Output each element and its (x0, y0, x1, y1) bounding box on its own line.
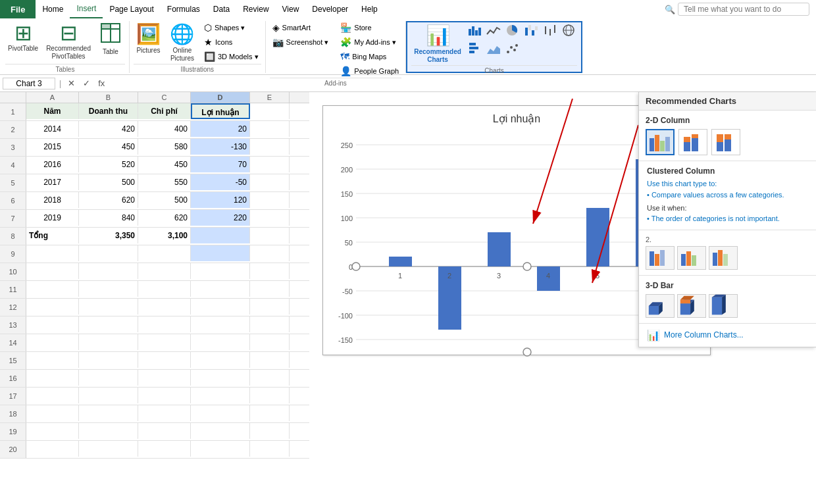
cell-b3[interactable]: 450 (79, 139, 138, 155)
section-2-icon-2[interactable] (677, 246, 706, 270)
cell-b4[interactable]: 520 (79, 157, 138, 172)
my-addins-button[interactable]: 🧩 My Add-ins ▾ (338, 36, 401, 49)
recommended-pivottables-button[interactable]: ⊟ RecommendedPivotTables (43, 21, 93, 62)
col-header-d[interactable]: D (191, 92, 250, 103)
cell-e7[interactable] (250, 210, 290, 226)
cell-a6[interactable]: 2018 (26, 192, 79, 208)
cell-b8[interactable]: 3,350 (79, 228, 138, 243)
menu-page-layout[interactable]: Page Layout (103, 0, 160, 18)
section-2-icon-3[interactable] (709, 246, 738, 270)
bing-maps-button[interactable]: 🗺 Bing Maps (338, 50, 401, 63)
cell-a7[interactable]: 2019 (26, 210, 79, 226)
column-chart-button[interactable] (467, 22, 484, 38)
screenshot-button[interactable]: 📷 Screenshot ▾ (270, 36, 332, 49)
cell-e5[interactable] (250, 174, 290, 190)
handle-left[interactable] (352, 263, 360, 270)
cell-d8[interactable] (191, 228, 250, 243)
cell-c1[interactable]: Chi phí (138, 103, 191, 119)
smartart-button[interactable]: ◈ SmartArt (270, 21, 332, 34)
cell-c2[interactable]: 400 (138, 121, 191, 137)
cell-a5[interactable]: 2017 (26, 174, 79, 190)
cell-d7[interactable]: 220 (191, 210, 250, 226)
menu-data[interactable]: Data (207, 0, 236, 18)
cell-c8[interactable]: 3,100 (138, 228, 191, 243)
recommended-charts-button[interactable]: 📊 RecommendedCharts (411, 22, 464, 65)
cell-e4[interactable] (250, 157, 290, 172)
pictures-button[interactable]: 🖼️ Pictures (134, 21, 163, 56)
chart-more-row1 (523, 22, 577, 38)
more-column-charts-link[interactable]: 📊 More Column Charts... (639, 324, 816, 347)
pivot-table-button[interactable]: ⊞ PivotTable (5, 21, 41, 54)
cell-d1[interactable]: Lợi nhuận (191, 103, 250, 119)
menu-help[interactable]: Help (355, 0, 384, 18)
data-row-4: 4 2016 520 450 70 (0, 157, 309, 174)
handle-top-mid[interactable] (523, 263, 531, 270)
pivot-table-label: PivotTable (8, 45, 38, 53)
data-row-6: 6 2018 620 500 120 (0, 192, 309, 210)
online-pictures-button[interactable]: 🌐 OnlinePictures (166, 21, 199, 64)
svg-text:3: 3 (497, 272, 501, 280)
cell-b5[interactable]: 500 (79, 174, 138, 190)
cell-b2[interactable]: 420 (79, 121, 138, 137)
cell-d2[interactable]: 20 (191, 121, 250, 137)
menu-home[interactable]: Home (36, 0, 70, 18)
cell-c3[interactable]: 580 (138, 139, 191, 155)
stock-chart-button[interactable] (542, 22, 559, 38)
waterfall-chart-button[interactable] (523, 22, 540, 38)
stacked-column-icon[interactable] (678, 129, 707, 155)
recommended-charts-icon: 📊 (426, 24, 450, 47)
cell-c7[interactable]: 620 (138, 210, 191, 226)
file-menu[interactable]: File (0, 0, 36, 18)
cell-e6[interactable] (250, 192, 290, 208)
cell-d4[interactable]: 70 (191, 157, 250, 172)
formula-input[interactable] (110, 78, 813, 89)
cell-b7[interactable]: 840 (79, 210, 138, 226)
store-button[interactable]: 🏪 Store (338, 21, 401, 34)
100pct-column-icon[interactable] (711, 129, 740, 155)
section-2-icon-1[interactable] (646, 246, 675, 270)
menu-view[interactable]: View (276, 0, 306, 18)
search-input[interactable] (678, 3, 809, 16)
cell-c5[interactable]: 550 (138, 174, 191, 190)
cell-a2[interactable]: 2014 (26, 121, 79, 137)
3d-bar-icon-3[interactable] (709, 294, 738, 318)
cell-d5[interactable]: -50 (191, 174, 250, 190)
cell-a8[interactable]: Tổng (26, 228, 79, 243)
scatter-chart-button[interactable] (503, 41, 521, 57)
globe-chart-button[interactable] (560, 22, 577, 38)
3d-models-button[interactable]: 🔲 3D Models ▾ (201, 50, 261, 63)
cell-b6[interactable]: 620 (79, 192, 138, 208)
bar-chart-button[interactable] (467, 41, 484, 57)
menu-review[interactable]: Review (236, 0, 275, 18)
handle-bottom-mid[interactable] (523, 348, 531, 356)
cell-a4[interactable]: 2016 (26, 157, 79, 172)
cell-e3[interactable] (250, 139, 290, 155)
cell-c6[interactable]: 500 (138, 192, 191, 208)
icons-button[interactable]: ★ Icons (201, 36, 261, 49)
cell-a3[interactable]: 2015 (26, 139, 79, 155)
3d-bar-icon-1[interactable] (646, 294, 675, 318)
pie-chart-button[interactable] (503, 22, 521, 38)
table-button[interactable]: Table (96, 21, 125, 57)
shapes-button[interactable]: ⬡ Shapes ▾ (201, 21, 261, 34)
menu-insert[interactable]: Insert (70, 0, 103, 18)
area-chart-button[interactable] (485, 41, 502, 57)
clustered-column-icon[interactable] (646, 129, 675, 155)
cell-e2[interactable] (250, 121, 290, 137)
cancel-button[interactable]: ✕ (65, 78, 78, 88)
cell-a1[interactable]: Năm (26, 103, 79, 119)
cell-e1[interactable] (250, 103, 290, 119)
menu-developer[interactable]: Developer (305, 0, 355, 18)
line-chart-button[interactable] (485, 22, 502, 38)
name-box[interactable] (3, 78, 55, 89)
cell-b1[interactable]: Doanh thu (79, 103, 138, 119)
3d-bar-icon-2[interactable] (677, 294, 706, 318)
people-graph-button[interactable]: 👤 People Graph (338, 64, 401, 78)
cell-d6[interactable]: 120 (191, 192, 250, 208)
cell-e8[interactable] (250, 228, 290, 243)
fx-button[interactable]: fx (95, 78, 107, 88)
menu-formulas[interactable]: Formulas (161, 0, 207, 18)
cell-c4[interactable]: 450 (138, 157, 191, 172)
cell-d3[interactable]: -130 (191, 139, 250, 155)
confirm-button[interactable]: ✓ (80, 78, 93, 88)
